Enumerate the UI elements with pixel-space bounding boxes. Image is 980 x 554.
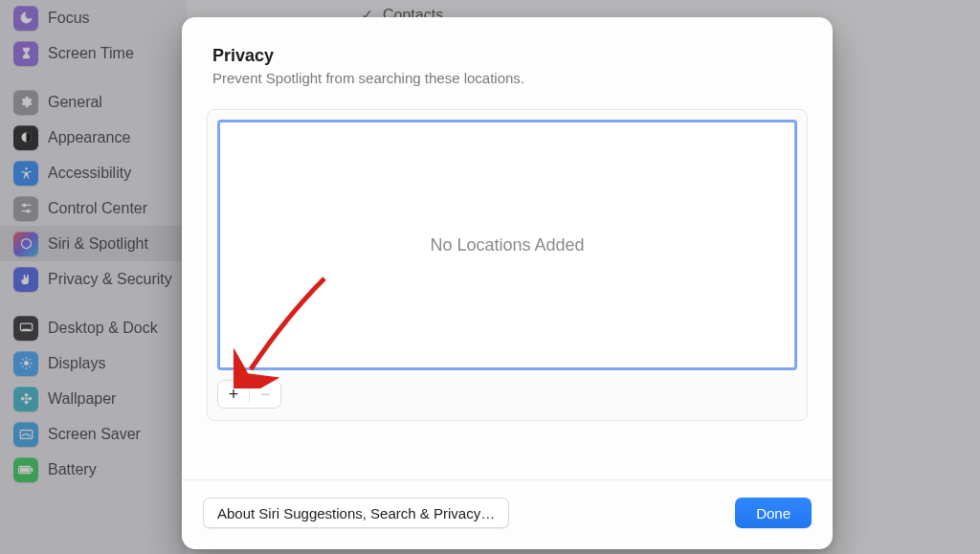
locations-container: No Locations Added + − — [207, 109, 808, 421]
minus-icon: − — [260, 385, 271, 405]
privacy-sheet: Privacy Prevent Spotlight from searching… — [182, 17, 833, 549]
locations-list[interactable]: No Locations Added — [217, 120, 797, 370]
sheet-footer: About Siri Suggestions, Search & Privacy… — [182, 479, 833, 549]
about-button[interactable]: About Siri Suggestions, Search & Privacy… — [203, 498, 509, 528]
done-button[interactable]: Done — [735, 498, 812, 528]
empty-state-text: No Locations Added — [430, 235, 584, 255]
sheet-title: Privacy — [212, 46, 802, 66]
about-button-label: About Siri Suggestions, Search & Privacy… — [217, 505, 495, 521]
add-button[interactable]: + — [218, 381, 249, 408]
sheet-subtitle: Prevent Spotlight from searching these l… — [212, 70, 802, 86]
done-button-label: Done — [756, 505, 791, 521]
plus-icon: + — [229, 385, 239, 405]
sheet-header: Privacy Prevent Spotlight from searching… — [182, 17, 833, 94]
add-remove-controls: + − — [217, 380, 281, 409]
remove-button: − — [250, 381, 280, 408]
